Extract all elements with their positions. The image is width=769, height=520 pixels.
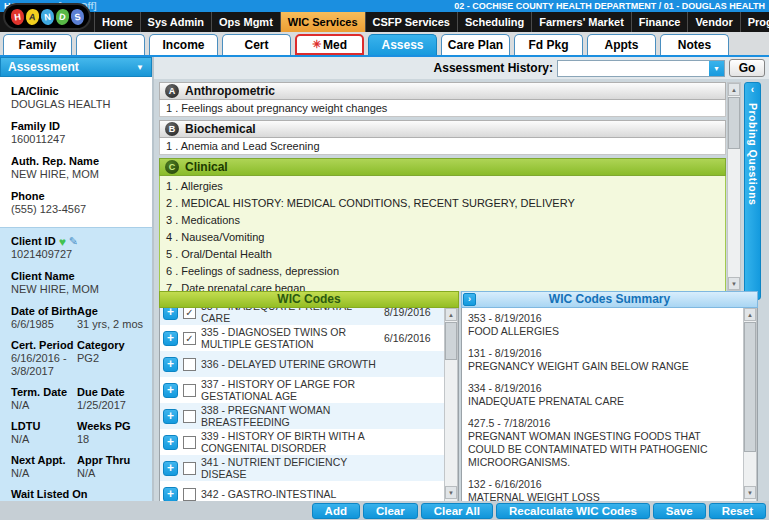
menu-item-farmers-market[interactable]: Farmers' Market: [532, 12, 632, 32]
wic-codes-title: WIC Codes: [159, 291, 459, 308]
select-arrow-icon[interactable]: ▼: [709, 61, 724, 76]
add-code-button[interactable]: +: [163, 435, 178, 450]
reset-button[interactable]: Reset: [709, 503, 766, 519]
tab-label: Med: [323, 38, 347, 52]
menu-item-csfp-services[interactable]: CSFP Services: [366, 12, 458, 32]
assessment-history-select[interactable]: ▼: [557, 60, 725, 77]
wic-code-row: + 336 - DELAYED UTERINE GROWTH: [160, 351, 444, 377]
location-title: 02 - COCHISE COUNTY HEALTH DEPARTMENT / …: [454, 1, 765, 11]
client-info-section: Client ID ♥ ✎ 1021409727 Client Name NEW…: [0, 227, 152, 520]
med-alert-icon: ✳: [312, 39, 321, 50]
summary-entry: 131 - 8/19/2016 PREGNANCY WEIGHT GAIN BE…: [468, 347, 737, 373]
menu-item-program-integrity[interactable]: Program Integrity: [741, 12, 769, 32]
tab-care-plan[interactable]: Care Plan: [441, 34, 510, 55]
sections-scrollbar[interactable]: ▲ ▼: [727, 82, 741, 291]
wic-code-checkbox[interactable]: [183, 384, 196, 397]
chevron-left-icon: ‹: [751, 85, 754, 95]
save-button[interactable]: Save: [653, 503, 706, 519]
wic-code-date: 6/16/2016: [384, 332, 444, 344]
summary-entry: 427.5 - 7/18/2016 PREGNANT WOMAN INGESTI…: [468, 417, 737, 469]
wic-codes-scrollbar[interactable]: ▲ ▼: [444, 308, 458, 519]
wic-code-row: + 337 - HISTORY OF LARGE FOR GESTATIONAL…: [160, 377, 444, 403]
wic-code-label: 342 - GASTRO-INTESTINAL: [201, 488, 384, 500]
wic-code-checkbox[interactable]: [183, 462, 196, 475]
wic-codes-summary-list: 353 - 8/19/2016 FOOD ALLERGIES 131 - 8/1…: [461, 308, 758, 520]
add-code-button[interactable]: +: [163, 383, 178, 398]
add-code-button[interactable]: +: [163, 461, 178, 476]
tab-assess[interactable]: Assess: [368, 34, 437, 55]
assessment-question[interactable]: 3 . Medications: [160, 211, 725, 228]
section-biochemical: B Biochemical 1 . Anemia and Lead Screen…: [159, 120, 726, 155]
assessment-question[interactable]: 5 . Oral/Dental Health: [160, 245, 725, 262]
scroll-down-icon[interactable]: ▼: [445, 486, 457, 499]
probing-questions-tab[interactable]: ‹ Probing Questions: [744, 82, 761, 300]
add-code-button[interactable]: +: [163, 331, 178, 346]
menu-item-sys-admin[interactable]: Sys Admin: [141, 12, 212, 32]
section-title: Biochemical: [185, 122, 256, 136]
field-la-clinic: LA/Clinic DOUGLAS HEALTH: [11, 85, 152, 111]
app-window: HJOSEPH1 [Log Off] 02 - COCHISE COUNTY H…: [0, 0, 769, 520]
add-button[interactable]: Add: [312, 503, 360, 519]
add-code-button[interactable]: +: [163, 308, 178, 320]
tab-notes[interactable]: Notes: [660, 34, 729, 55]
menu-item-home[interactable]: Home: [94, 12, 141, 32]
section-header: B Biochemical: [159, 120, 726, 138]
assessment-history-bar: Assessment History: ▼ Go: [154, 57, 769, 79]
scroll-down-icon[interactable]: ▼: [744, 486, 756, 499]
summary-scrollbar[interactable]: ▲ ▼: [743, 308, 757, 519]
tab-label: Cert: [244, 38, 268, 52]
assessment-question[interactable]: 4 . Nausea/Vomiting: [160, 228, 725, 245]
scroll-up-icon[interactable]: ▲: [744, 308, 756, 321]
scrollbar-thumb[interactable]: [744, 322, 756, 452]
wic-code-checkbox[interactable]: [183, 410, 196, 423]
wic-code-checkbox[interactable]: [183, 436, 196, 449]
clear-all-button[interactable]: Clear All: [421, 503, 493, 519]
assessment-question[interactable]: 1 . Allergies: [160, 177, 725, 194]
assessment-question[interactable]: 2 . MEDICAL HISTORY: MEDICAL CONDITIONS,…: [160, 194, 725, 211]
tab-cert[interactable]: Cert: [222, 34, 291, 55]
assessment-question[interactable]: 7 . Date prenatal care began: [160, 279, 725, 291]
menu-item-finance[interactable]: Finance: [632, 12, 689, 32]
collapse-panel-button[interactable]: ›: [463, 293, 476, 306]
tab-fd-pkg[interactable]: Fd Pkg: [514, 34, 583, 55]
field-pair-term-due: Term. Date N/A Due Date 1/25/2017: [11, 386, 152, 412]
menu-item-scheduling[interactable]: Scheduling: [458, 12, 532, 32]
wic-code-checkbox[interactable]: [183, 358, 196, 371]
wic-code-checkbox[interactable]: [183, 488, 196, 501]
assessment-question[interactable]: 1 . Feelings about pregnancy weight chan…: [159, 100, 726, 117]
summary-entry: 353 - 8/19/2016 FOOD ALLERGIES: [468, 312, 737, 338]
tab-client[interactable]: Client: [76, 34, 145, 55]
tab-med[interactable]: ✳ Med: [295, 34, 364, 55]
add-code-button[interactable]: +: [163, 487, 178, 502]
summary-entry: 334 - 8/19/2016 INADEQUATE PRENATAL CARE: [468, 382, 737, 408]
section-title: Anthropometric: [185, 84, 275, 98]
menu-item-wic-services[interactable]: WIC Services: [281, 12, 366, 32]
tab-family[interactable]: Family: [3, 34, 72, 55]
field-pair-cert-category: Cert. Period 6/16/2016 - 3/8/2017 Catego…: [11, 339, 152, 378]
assessment-main: Assessment History: ▼ Go A Anthropometri…: [154, 57, 769, 520]
field-pair-appt-appr: Next Appt. N/A Appr Thru N/A: [11, 454, 152, 480]
scroll-up-icon[interactable]: ▲: [728, 83, 740, 96]
clear-button[interactable]: Clear: [363, 503, 418, 519]
wic-codes-summary-title: WIC Codes Summary: [549, 292, 670, 306]
scroll-up-icon[interactable]: ▲: [445, 308, 457, 321]
scrollbar-thumb[interactable]: [445, 322, 457, 360]
add-code-button[interactable]: +: [163, 409, 178, 424]
assessment-question[interactable]: 6 . Feelings of sadness, depression: [160, 262, 725, 279]
wic-code-checkbox[interactable]: ✓: [183, 332, 196, 345]
wic-codes-summary-header: › WIC Codes Summary: [461, 291, 758, 308]
wic-code-checkbox[interactable]: ✓: [183, 308, 196, 319]
scroll-down-icon[interactable]: ▼: [728, 277, 740, 290]
go-button[interactable]: Go: [729, 59, 765, 77]
tab-appts[interactable]: Appts: [587, 34, 656, 55]
menu-item-ops-mgmt[interactable]: Ops Mgmt: [212, 12, 281, 32]
menu-item-vendor[interactable]: Vendor: [688, 12, 740, 32]
wic-code-label: 335 - DIAGNOSED TWINS OR MULTIPLE GESTAT…: [201, 326, 384, 350]
scrollbar-thumb[interactable]: [728, 97, 740, 149]
assessment-question[interactable]: 1 . Anemia and Lead Screening: [159, 138, 726, 155]
sidebar-panel-header[interactable]: Assessment ▼: [0, 57, 152, 77]
recalculate-wic-codes-button[interactable]: Recalculate WIC Codes: [496, 503, 650, 519]
tab-income[interactable]: Income: [149, 34, 218, 55]
edit-pencil-icon[interactable]: ✎: [69, 236, 78, 247]
add-code-button[interactable]: +: [163, 357, 178, 372]
